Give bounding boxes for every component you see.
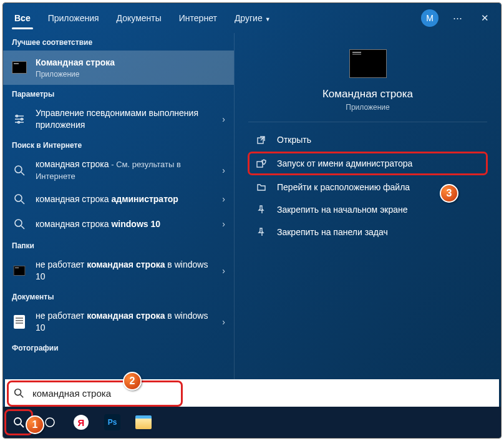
chevron-down-icon: ▼	[265, 16, 271, 22]
taskbar-yandex[interactable]: Я	[65, 407, 97, 438]
tab-more[interactable]: Другие▼	[226, 3, 279, 33]
taskbar-photoshop[interactable]: Ps	[97, 407, 128, 438]
result-web-1[interactable]: командная строка - См. результаты в Инте…	[3, 153, 234, 187]
chevron-right-icon: ›	[222, 194, 225, 204]
action-pin-start[interactable]: Закрепить на начальном экране	[235, 198, 501, 221]
cmd-icon	[12, 263, 27, 278]
search-panel: Все Приложения Документы Интернет Другие…	[3, 3, 501, 407]
chevron-right-icon: ›	[222, 114, 225, 124]
result-web-2[interactable]: командная строка администратор ›	[3, 187, 234, 211]
avatar[interactable]: М	[421, 9, 439, 27]
preview-pane: Командная строка Приложение Открыть Запу…	[234, 33, 501, 407]
annotation-bubble-2: 2	[123, 372, 142, 390]
tab-all[interactable]: Все	[6, 3, 39, 33]
chevron-right-icon: ›	[222, 219, 225, 229]
taskbar-explorer[interactable]	[128, 407, 159, 438]
results-list: Лучшее соответствие Командная строка При…	[3, 33, 234, 407]
svg-point-9	[14, 418, 21, 425]
svg-point-10	[46, 418, 54, 427]
preview-subtitle: Приложение	[346, 103, 389, 112]
action-run-as-admin[interactable]: Запуск от имени администратора	[248, 152, 487, 175]
tab-docs[interactable]: Документы	[108, 3, 170, 33]
result-doc-1[interactable]: не работает командная строка в windows 1…	[3, 305, 234, 339]
preview-title: Командная строка	[322, 88, 413, 100]
close-button[interactable]: ✕	[471, 3, 498, 33]
section-settings: Параметры	[3, 85, 234, 102]
section-web: Поиск в Интернете	[3, 136, 234, 153]
result-folder-1[interactable]: не работает командная строка в windows 1…	[3, 254, 234, 288]
search-box[interactable]	[5, 379, 499, 407]
action-pin-taskbar[interactable]: Закрепить на панели задач	[235, 221, 501, 243]
annotation-bubble-3: 3	[440, 184, 458, 203]
section-photos: Фотографии	[3, 339, 234, 356]
cmd-icon	[12, 60, 27, 75]
result-best-match[interactable]: Командная строка Приложение	[3, 51, 234, 85]
shield-icon	[256, 158, 267, 169]
action-open-location[interactable]: Перейти к расположению файла	[235, 176, 501, 198]
chevron-right-icon: ›	[222, 266, 225, 276]
document-icon	[12, 314, 27, 329]
result-web-3[interactable]: командная строка windows 10 ›	[3, 211, 234, 236]
search-icon	[12, 191, 27, 206]
annotation-bubble-1: 1	[26, 415, 44, 434]
search-input[interactable]	[32, 379, 499, 407]
action-open[interactable]: Открыть	[235, 128, 501, 151]
search-icon	[12, 216, 27, 231]
filter-tabs: Все Приложения Документы Интернет Другие…	[3, 3, 501, 33]
section-best-match: Лучшее соответствие	[3, 33, 234, 51]
svg-point-4	[15, 195, 22, 201]
search-icon	[5, 387, 32, 399]
svg-rect-7	[257, 162, 263, 167]
section-folders: Папки	[3, 236, 234, 254]
result-settings-alias[interactable]: Управление псевдонимами выполнения прило…	[3, 102, 234, 136]
section-documents: Документы	[3, 288, 234, 305]
cmd-icon	[349, 49, 387, 78]
open-icon	[256, 134, 267, 145]
svg-point-5	[15, 220, 22, 226]
folder-icon	[256, 182, 267, 193]
tab-apps[interactable]: Приложения	[39, 3, 108, 33]
svg-point-8	[15, 389, 21, 395]
svg-point-3	[15, 166, 22, 173]
search-icon	[12, 163, 27, 178]
chevron-right-icon: ›	[222, 317, 225, 327]
pin-start-icon	[256, 204, 267, 215]
tab-web[interactable]: Интернет	[170, 3, 226, 33]
options-button[interactable]: ⋯	[443, 3, 471, 33]
chevron-right-icon: ›	[222, 165, 225, 175]
taskbar: Я Ps	[3, 407, 501, 438]
settings-list-icon	[12, 112, 27, 127]
pin-taskbar-icon	[256, 226, 267, 238]
